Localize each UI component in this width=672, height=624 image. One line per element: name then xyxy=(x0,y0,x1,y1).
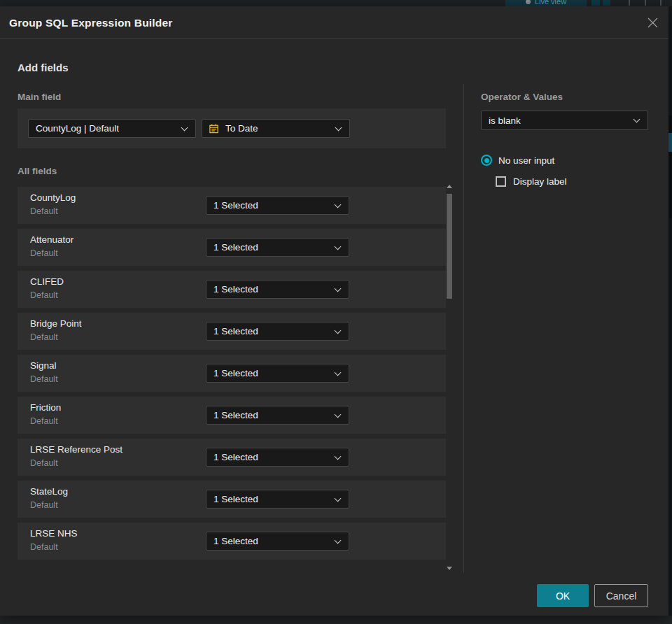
field-subtitle: Default xyxy=(30,458,58,468)
field-row: LRSE Reference Post Default 1 Selected xyxy=(18,439,446,476)
field-type-dropdown-value: To Date xyxy=(219,123,258,134)
field-selection-dropdown[interactable]: 1 Selected xyxy=(206,238,349,257)
field-selection-dropdown[interactable]: 1 Selected xyxy=(206,406,349,425)
display-label-checkbox[interactable]: Display label xyxy=(496,176,567,187)
dialog-title: Group SQL Expression Builder xyxy=(9,6,173,39)
field-selection-dropdown[interactable]: 1 Selected xyxy=(206,364,349,383)
field-row: Signal Default 1 Selected xyxy=(18,355,446,392)
toolbar-fragment xyxy=(592,0,600,6)
main-field-dropdown[interactable]: CountyLog | Default xyxy=(28,119,196,138)
chevron-down-icon xyxy=(335,243,342,250)
field-subtitle: Default xyxy=(30,416,58,426)
toolbar-fragment xyxy=(660,0,662,6)
selection-dropdown-value: 1 Selected xyxy=(206,452,258,462)
field-row: Friction Default 1 Selected xyxy=(18,397,446,434)
live-view-label: Live view xyxy=(535,0,566,6)
field-subtitle: Default xyxy=(30,500,58,510)
screen: Live view Group SQL Expression Builder A… xyxy=(0,0,672,624)
field-name: Bridge Point xyxy=(30,318,82,329)
field-selection-dropdown[interactable]: 1 Selected xyxy=(206,280,349,299)
dialog-titlebar: Group SQL Expression Builder xyxy=(0,6,668,39)
field-selection-dropdown[interactable]: 1 Selected xyxy=(206,490,349,509)
field-row: StateLog Default 1 Selected xyxy=(18,481,446,518)
display-label-label: Display label xyxy=(513,176,567,187)
panel-divider xyxy=(463,84,464,573)
toolbar-fragment xyxy=(603,0,610,6)
scrollbar-thumb[interactable] xyxy=(447,194,452,299)
field-selection-dropdown[interactable]: 1 Selected xyxy=(206,322,349,341)
checkbox-icon xyxy=(496,176,506,187)
chevron-down-icon xyxy=(335,201,342,208)
toolbar-fragment xyxy=(645,0,646,6)
field-subtitle: Default xyxy=(30,374,58,384)
scroll-down-icon[interactable] xyxy=(447,567,452,570)
field-row: CLIFED Default 1 Selected xyxy=(18,271,446,308)
main-field-label: Main field xyxy=(18,92,61,102)
chevron-down-icon xyxy=(634,116,640,123)
selection-dropdown-value: 1 Selected xyxy=(206,242,258,253)
chevron-down-icon xyxy=(335,537,342,544)
fields-list-scrollbar[interactable] xyxy=(445,183,454,570)
group-sql-expression-builder-dialog: Group SQL Expression Builder Add fields … xyxy=(0,6,668,616)
field-selection-dropdown[interactable]: 1 Selected xyxy=(206,448,349,467)
field-subtitle: Default xyxy=(30,206,58,216)
selection-dropdown-value: 1 Selected xyxy=(206,200,258,211)
chevron-down-icon xyxy=(335,453,342,460)
selection-dropdown-value: 1 Selected xyxy=(206,368,258,378)
field-selection-dropdown[interactable]: 1 Selected xyxy=(206,532,349,551)
live-view-toggle[interactable]: Live view xyxy=(505,0,587,6)
operator-dropdown-value: is blank xyxy=(482,115,521,126)
selection-dropdown-value: 1 Selected xyxy=(206,410,258,420)
field-row: LRSE NHS Default 1 Selected xyxy=(18,523,446,560)
chevron-down-icon xyxy=(335,285,342,292)
cancel-button[interactable]: Cancel xyxy=(594,584,648,607)
background-app-bottom-edge xyxy=(0,616,672,624)
scroll-up-icon[interactable] xyxy=(447,185,452,188)
close-icon xyxy=(646,16,659,29)
field-row: CountyLog Default 1 Selected xyxy=(18,187,446,224)
field-selection-dropdown[interactable]: 1 Selected xyxy=(206,196,349,215)
operator-dropdown[interactable]: is blank xyxy=(481,111,648,130)
live-view-dot-icon xyxy=(526,0,531,4)
field-row: Attenuator Default 1 Selected xyxy=(18,229,446,266)
field-row: Bridge Point Default 1 Selected xyxy=(18,313,446,350)
field-name: CountyLog xyxy=(30,192,76,203)
field-subtitle: Default xyxy=(30,248,58,258)
field-subtitle: Default xyxy=(30,542,58,552)
toolbar-fragment xyxy=(629,0,630,6)
add-fields-heading: Add fields xyxy=(18,62,69,73)
field-type-dropdown[interactable]: To Date xyxy=(202,119,350,138)
selection-dropdown-value: 1 Selected xyxy=(206,536,258,546)
chevron-down-icon xyxy=(335,369,342,376)
chevron-down-icon xyxy=(335,124,342,131)
close-button[interactable] xyxy=(642,12,663,33)
background-app-topbar: Live view xyxy=(0,0,672,6)
field-name: Attenuator xyxy=(30,234,74,245)
field-subtitle: Default xyxy=(30,290,58,300)
calendar-icon xyxy=(202,123,219,134)
chevron-down-icon xyxy=(335,495,342,502)
field-name: Signal xyxy=(30,360,57,371)
all-fields-label: All fields xyxy=(18,166,57,176)
chevron-down-icon xyxy=(335,411,342,418)
field-subtitle: Default xyxy=(30,332,58,342)
field-name: Friction xyxy=(30,402,61,413)
selection-dropdown-value: 1 Selected xyxy=(206,494,258,504)
chevron-down-icon xyxy=(181,124,188,131)
no-user-input-label: No user input xyxy=(498,155,554,166)
all-fields-list: CountyLog Default 1 Selected Attenuator … xyxy=(18,187,446,565)
operator-values-label: Operator & Values xyxy=(481,92,563,102)
selection-dropdown-value: 1 Selected xyxy=(206,326,258,336)
radio-icon xyxy=(481,155,492,166)
field-name: LRSE Reference Post xyxy=(30,444,122,455)
field-name: StateLog xyxy=(30,486,68,497)
main-field-box: CountyLog | Default To Date xyxy=(18,108,446,148)
main-field-dropdown-value: CountyLog | Default xyxy=(29,123,119,134)
field-name: LRSE NHS xyxy=(30,528,78,539)
no-user-input-radio[interactable]: No user input xyxy=(481,155,554,166)
field-name: CLIFED xyxy=(30,276,64,287)
background-app-right-edge xyxy=(668,6,672,616)
ok-button[interactable]: OK xyxy=(537,584,589,607)
chevron-down-icon xyxy=(335,327,342,334)
selection-dropdown-value: 1 Selected xyxy=(206,284,258,295)
